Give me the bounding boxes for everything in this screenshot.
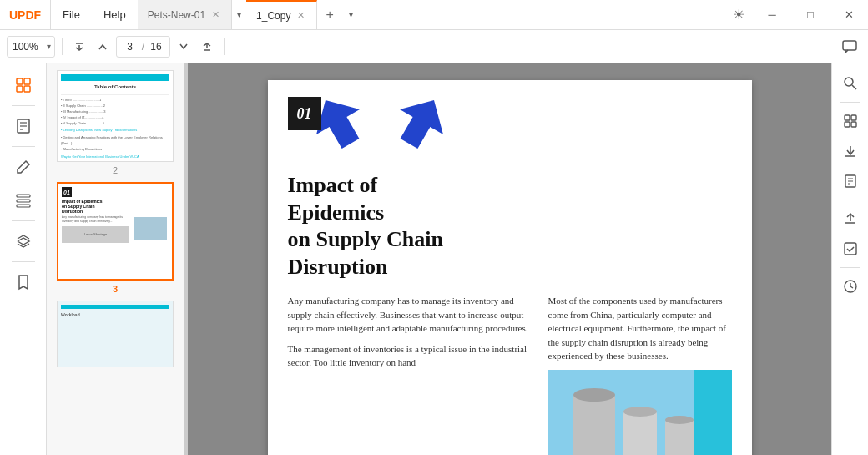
svg-rect-3 [17, 78, 23, 84]
main-heading: Impact of Epidemics on Supply Chain Disr… [288, 172, 732, 281]
thumbnail-page-3-img: 01 Impact of Epidemicson Supply ChainDis… [57, 182, 174, 281]
svg-rect-30 [851, 115, 856, 120]
svg-rect-38 [845, 243, 856, 255]
menu-help[interactable]: Help [92, 0, 138, 29]
toolbar-right [838, 35, 861, 58]
thumbnail-page3-content: 01 Impact of Epidemicson Supply ChainDis… [58, 184, 172, 246]
thumbnail-page-4-img: Workload [57, 301, 174, 367]
weather-icon: ☀ [724, 7, 753, 23]
body-text-2: The management of inventories is a typic… [288, 342, 535, 370]
right-column: Most of the components used by manufactu… [548, 294, 732, 455]
thumbnail-page-2-img: Table of Contents • I Intro ............… [57, 70, 174, 162]
export-file-icon[interactable] [837, 168, 864, 195]
right-sep-3 [840, 267, 860, 268]
menu-file[interactable]: File [51, 0, 92, 29]
thumb-page-num-3: 3 [113, 284, 118, 294]
svg-point-27 [845, 78, 853, 86]
svg-rect-32 [851, 122, 856, 127]
thumbnail-page-2[interactable]: Table of Contents • I Intro ............… [53, 70, 177, 175]
section-image [548, 370, 732, 456]
tab-add-button[interactable]: + [317, 8, 341, 23]
thumbnail-panel: Table of Contents • I Intro ............… [47, 63, 184, 455]
share-icon[interactable] [837, 205, 864, 232]
minimize-button[interactable]: ─ [753, 0, 791, 29]
main-content: Table of Contents • I Intro ............… [0, 63, 868, 455]
pdf-page: 01 Impact of Epidemics [268, 80, 752, 455]
svg-rect-5 [17, 86, 23, 92]
sidebar-sep-4 [12, 261, 35, 262]
thumbnail-page-3[interactable]: 01 Impact of Epidemicson Supply ChainDis… [53, 182, 177, 294]
menu-bar: File Help [50, 0, 138, 29]
svg-point-19 [573, 388, 615, 402]
tab-list-dropdown[interactable]: ▾ [342, 10, 360, 19]
svg-point-23 [665, 416, 694, 424]
search-icon[interactable] [837, 70, 864, 97]
check-mark-icon[interactable] [837, 235, 864, 262]
sidebar-sep-2 [12, 146, 35, 147]
annotation-list-icon[interactable] [8, 111, 38, 141]
svg-rect-12 [17, 200, 30, 202]
svg-rect-20 [623, 412, 657, 456]
nav-first-button[interactable] [69, 35, 89, 58]
bookmark2-icon[interactable] [8, 267, 38, 297]
svg-rect-13 [17, 205, 30, 207]
left-sidebar [0, 63, 47, 455]
toolbar-sep-1 [62, 38, 63, 55]
tabs-area: Pets-New-01 ✕ ▾ 1_Copy ✕ + ▾ [138, 0, 724, 29]
two-col-content: Any manufacturing company has to manage … [288, 294, 732, 455]
pdf-viewer: 01 Impact of Epidemics [188, 63, 831, 455]
svg-point-21 [623, 407, 657, 417]
nav-next-button[interactable] [174, 35, 194, 58]
toolbar: 100% ▾ 3 / 16 [0, 30, 868, 63]
svg-rect-2 [843, 41, 856, 50]
import-icon[interactable] [837, 138, 864, 164]
right-sep-1 [840, 102, 860, 103]
page-current[interactable]: 3 [122, 41, 139, 53]
svg-rect-6 [24, 86, 30, 92]
tab-pets-new-01[interactable]: Pets-New-01 ✕ [138, 0, 232, 29]
thumbnail-page-4[interactable]: Workload [53, 301, 177, 367]
pdf-content: 01 Impact of Epidemics [268, 80, 752, 455]
toolbar-sep-2 [224, 38, 225, 55]
thumbnails-icon[interactable] [8, 70, 38, 100]
body-text-3: Most of the components used by manufactu… [548, 294, 732, 363]
comment-button[interactable] [838, 35, 861, 58]
svg-rect-4 [24, 78, 30, 84]
page-separator: / [142, 41, 144, 53]
close-button[interactable]: ✕ [830, 0, 868, 29]
clock-icon[interactable] [837, 273, 864, 300]
nav-last-button[interactable] [197, 35, 217, 58]
svg-marker-15 [387, 88, 455, 156]
layers-icon[interactable] [8, 226, 38, 256]
svg-rect-22 [665, 420, 694, 456]
svg-rect-31 [845, 122, 850, 127]
page-total: 16 [148, 41, 164, 53]
right-sep-2 [840, 200, 860, 200]
tab-dropdown-1[interactable]: ▾ [232, 10, 246, 19]
properties-icon[interactable] [837, 108, 864, 134]
tab-close-1[interactable]: ✕ [210, 8, 221, 22]
svg-rect-29 [845, 115, 850, 120]
edit-icon[interactable] [8, 152, 38, 182]
right-sidebar [831, 63, 868, 455]
body-text-1: Any manufacturing company has to manage … [288, 294, 535, 336]
svg-line-28 [852, 85, 856, 89]
svg-rect-11 [17, 195, 30, 197]
zoom-value: 100% [8, 41, 43, 53]
arrows-graphic [305, 88, 455, 167]
maximize-button[interactable]: □ [791, 0, 830, 29]
svg-rect-18 [573, 395, 615, 456]
thumb-page-num-2: 2 [113, 165, 118, 175]
app-logo: UPDF [0, 8, 50, 22]
zoom-control: 100% ▾ [7, 36, 55, 58]
left-column: Any manufacturing company has to manage … [288, 294, 535, 455]
nav-prev-button[interactable] [93, 35, 113, 58]
window-controls: ─ □ ✕ [753, 0, 868, 29]
thumbnail-toc-content: Table of Contents • I Intro ............… [58, 71, 173, 162]
tab-close-2[interactable]: ✕ [295, 8, 306, 23]
page-control: 3 / 16 [116, 36, 170, 58]
title-bar: UPDF File Help Pets-New-01 ✕ ▾ 1_Copy ✕ … [0, 0, 868, 30]
organize-icon[interactable] [8, 185, 38, 215]
tab-1-copy[interactable]: 1_Copy ✕ [246, 0, 317, 29]
zoom-dropdown-button[interactable]: ▾ [43, 37, 54, 57]
